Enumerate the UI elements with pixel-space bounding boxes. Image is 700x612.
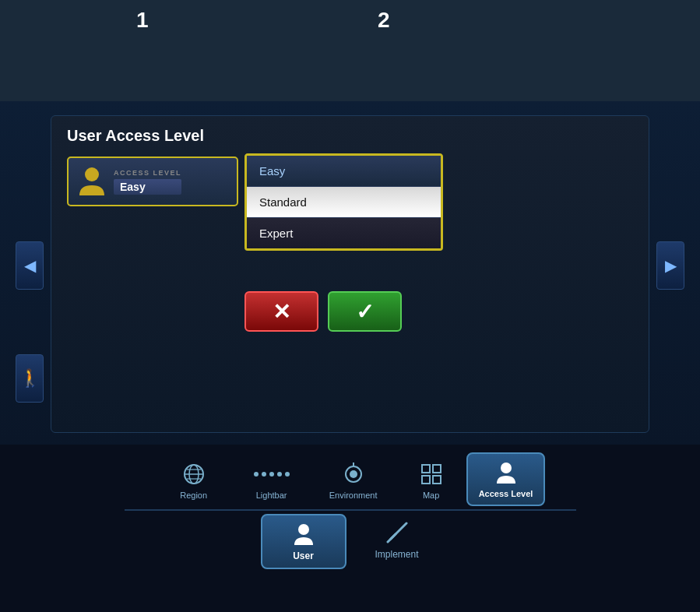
right-nav-arrow[interactable]: ▶ — [656, 241, 684, 290]
user-avatar — [78, 166, 106, 197]
svg-rect-14 — [433, 465, 441, 473]
nav-item-access-level[interactable]: Access Level — [466, 452, 546, 506]
nav-item-user[interactable]: User — [261, 514, 346, 569]
left-nav-arrow[interactable]: ◀ — [16, 241, 44, 290]
action-buttons: ✕ ✓ — [244, 291, 402, 332]
access-level-user-icon — [494, 460, 519, 485]
dropdown-panel[interactable]: Easy Standard Expert — [244, 153, 443, 251]
map-grid-icon — [419, 462, 444, 487]
user-info: ACCESS LEVEL Easy — [114, 169, 181, 195]
dropdown-item-expert[interactable]: Expert — [247, 218, 441, 248]
nav-label-user: User — [293, 550, 314, 561]
cancel-button[interactable]: ✕ — [244, 291, 318, 332]
nav-label-access-level: Access Level — [479, 489, 533, 498]
bottom-nav: Region Lightbar Environment — [0, 445, 700, 612]
nav-item-lightbar[interactable]: Lightbar — [233, 455, 311, 506]
lightbar-dots-icon — [254, 462, 290, 487]
svg-rect-13 — [422, 465, 430, 473]
dropdown-item-standard[interactable]: Standard — [247, 187, 441, 218]
svg-point-18 — [298, 524, 309, 535]
panel-title: User Access Level — [67, 127, 204, 145]
svg-point-17 — [501, 463, 512, 473]
nav-top-row: Region Lightbar Environment — [0, 445, 700, 506]
globe-icon — [181, 462, 206, 487]
nav-label-implement: Implement — [375, 549, 418, 560]
nav-item-map[interactable]: Map — [396, 455, 466, 506]
access-level-value: Easy — [114, 179, 181, 195]
nav-bottom-row: User Implement — [0, 514, 700, 569]
dropdown-item-easy[interactable]: Easy — [247, 156, 441, 187]
annotation-1: 1 — [136, 8, 149, 33]
svg-point-4 — [85, 167, 99, 181]
nav-item-implement[interactable]: Implement — [354, 514, 440, 569]
nav-divider — [125, 509, 576, 511]
nav-label-region: Region — [180, 491, 207, 500]
svg-rect-16 — [433, 476, 441, 484]
svg-point-11 — [350, 470, 357, 478]
access-level-label: ACCESS LEVEL — [114, 169, 181, 177]
implement-icon — [385, 520, 410, 545]
main-panel: User Access Level ACCESS LEVEL Easy Easy… — [51, 115, 649, 433]
confirm-button[interactable]: ✓ — [328, 291, 402, 332]
walk-button[interactable]: 🚶 — [16, 354, 44, 403]
nav-label-environment: Environment — [329, 491, 378, 500]
audio-icon — [341, 462, 366, 487]
svg-rect-15 — [422, 476, 430, 484]
user-card[interactable]: ACCESS LEVEL Easy — [67, 157, 238, 206]
nav-item-environment[interactable]: Environment — [311, 455, 396, 506]
user-nav-icon — [291, 522, 316, 547]
annotation-2: 2 — [378, 8, 390, 33]
nav-label-lightbar: Lightbar — [256, 491, 287, 500]
nav-item-region[interactable]: Region — [155, 455, 233, 506]
nav-label-map: Map — [423, 491, 439, 500]
